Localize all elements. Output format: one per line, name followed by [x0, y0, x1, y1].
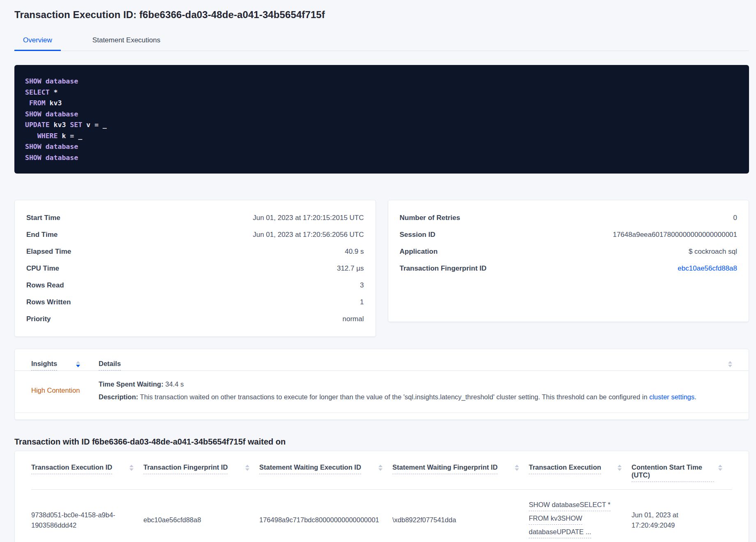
sql-text: kv3	[50, 121, 70, 129]
row-value: 1	[360, 298, 364, 306]
sql-text: v = _	[82, 121, 107, 129]
sort-icon[interactable]	[618, 463, 622, 471]
sql-keyword: SHOW database	[25, 110, 78, 118]
column-header-transaction-fingerprint-id[interactable]: Transaction Fingerprint ID	[143, 463, 259, 489]
page-title: Transaction Execution ID: f6be6366-da03-…	[14, 9, 749, 21]
sql-line: SHOW database	[25, 153, 738, 164]
row-rows-written: Rows Written 1	[26, 294, 364, 310]
row-start-time: Start Time Jun 01, 2023 at 17:20:15:2015…	[26, 209, 364, 226]
row-value: 17648a9eea6017800000000000000001	[613, 231, 737, 239]
row-elapsed-time: Elapsed Time 40.9 s	[26, 243, 364, 260]
sql-text: *	[50, 88, 58, 96]
sql-line: UPDATE kv3 SET v = _	[25, 120, 738, 131]
insights-table-header: Insights Details	[15, 349, 749, 371]
details-column-label[interactable]: Details	[99, 360, 121, 371]
row-label: Transaction Fingerprint ID	[400, 264, 487, 273]
tab-overview[interactable]: Overview	[14, 33, 61, 51]
details-column-header[interactable]: Details	[99, 360, 732, 371]
insight-type-label: High Contention	[31, 387, 99, 394]
column-header-transaction-execution[interactable]: Transaction Execution	[529, 463, 632, 489]
cell-statement-waiting-fingerprint-id: \xdb8922f077541dda	[392, 515, 529, 525]
sql-keyword: SHOW database	[25, 154, 78, 162]
sql-keyword: SET	[70, 121, 82, 129]
execution-meta-card: Number of Retries 0 Session ID 17648a9ee…	[388, 200, 749, 322]
cell-statement-waiting-execution-id: 176498a9c717bdc80000000000000001	[259, 515, 392, 525]
sql-keyword: FROM	[29, 99, 46, 107]
insights-card: Insights Details High Contention Time Sp…	[14, 349, 749, 420]
row-cpu-time: CPU Time 312.7 µs	[26, 260, 364, 277]
row-value: 312.7 µs	[337, 264, 364, 273]
sql-line: FROM kv3	[25, 98, 738, 109]
column-header-statement-waiting-fingerprint-id[interactable]: Statement Waiting Fingerprint ID	[392, 463, 529, 489]
transaction-fingerprint-link[interactable]: ebc10ae56cfd88a8	[678, 264, 737, 273]
insight-description: Description: This transaction waited on …	[99, 392, 732, 402]
row-label: Session ID	[400, 231, 436, 239]
row-value: $ cockroach sql	[689, 248, 737, 256]
waited-on-table-row: 9738d051-bc0e-4158-a9b4-1903586ddd42 ebc…	[31, 490, 732, 542]
insight-row: High Contention Time Spent Waiting: 34.4…	[15, 371, 749, 412]
insights-column-label[interactable]: Insights	[31, 360, 57, 371]
cell-transaction-execution-excerpt: SHOW databaseSELECT * FROM kv3SHOW datab…	[529, 500, 632, 540]
row-end-time: End Time Jun 01, 2023 at 17:20:56:2056 U…	[26, 226, 364, 243]
sort-icon[interactable]	[129, 463, 134, 471]
sort-icon[interactable]	[718, 463, 722, 471]
row-session-id: Session ID 17648a9eea6017800000000000000…	[400, 226, 738, 243]
tab-bar: Overview Statement Executions	[14, 33, 749, 51]
sql-keyword: SHOW database	[25, 77, 78, 85]
waited-on-heading: Transaction with ID f6be6366-da03-48de-a…	[14, 437, 749, 447]
sort-icon[interactable]	[378, 463, 383, 471]
waited-on-table-header: Transaction Execution ID Transaction Fin…	[31, 451, 732, 490]
sql-keyword: SELECT	[25, 88, 50, 96]
sql-excerpt-link[interactable]: SHOW databaseSELECT *	[529, 500, 611, 511]
row-value: Jun 01, 2023 at 17:20:56:2056 UTC	[253, 231, 364, 239]
sql-text	[25, 99, 29, 107]
column-header-contention-start-time[interactable]: Contention Start Time (UTC)	[632, 463, 732, 489]
row-application: Application $ cockroach sql	[400, 243, 738, 260]
sql-line: WHERE k = _	[25, 131, 738, 142]
sql-line: SHOW database	[25, 109, 738, 120]
column-header-transaction-execution-id[interactable]: Transaction Execution ID	[31, 463, 143, 489]
row-label: Elapsed Time	[26, 248, 71, 256]
execution-details-card: Start Time Jun 01, 2023 at 17:20:15:2015…	[14, 200, 376, 337]
row-value: Jun 01, 2023 at 17:20:15:2015 UTC	[253, 214, 364, 222]
cluster-settings-link[interactable]: cluster settings	[649, 393, 694, 401]
column-header-statement-waiting-execution-id[interactable]: Statement Waiting Execution ID	[259, 463, 392, 489]
row-rows-read: Rows Read 3	[26, 277, 364, 294]
row-value: 0	[733, 214, 737, 222]
insights-card-footer-divider	[15, 412, 748, 419]
cell-transaction-fingerprint-id: ebc10ae56cfd88a8	[143, 515, 259, 525]
row-priority: Priority normal	[26, 310, 364, 327]
row-label: Application	[400, 248, 438, 256]
sql-line: SELECT *	[25, 87, 738, 98]
sql-line: SHOW database	[25, 76, 738, 87]
sort-icon[interactable]	[245, 463, 249, 471]
cell-transaction-execution-id: 9738d051-bc0e-4158-a9b4-1903586ddd42	[31, 510, 143, 530]
sort-icon[interactable]	[515, 463, 519, 471]
tab-statement-executions[interactable]: Statement Executions	[84, 33, 169, 51]
sql-keyword: SHOW database	[25, 143, 78, 151]
row-label: Start Time	[26, 214, 60, 222]
sql-excerpt-link[interactable]: FROM kv3SHOW	[529, 513, 582, 525]
insights-column-header[interactable]: Insights	[31, 360, 99, 371]
waited-on-table-card: Transaction Execution ID Transaction Fin…	[14, 451, 749, 542]
sql-text: k = _	[58, 132, 82, 140]
sql-excerpt-link[interactable]: databaseUPDATE ...	[529, 527, 591, 538]
sort-icon[interactable]	[728, 360, 732, 367]
sql-line: SHOW database	[25, 141, 738, 153]
sql-keyword: UPDATE	[25, 121, 50, 129]
row-value: 3	[360, 281, 364, 290]
summary-cards-row: Start Time Jun 01, 2023 at 17:20:15:2015…	[14, 200, 749, 337]
row-label: Rows Read	[26, 281, 64, 290]
cell-contention-start-time: Jun 01, 2023 at 17:20:49:2049	[632, 510, 732, 530]
sql-box: SHOW databaseSELECT * FROM kv3SHOW datab…	[14, 65, 749, 174]
row-label: End Time	[26, 231, 58, 239]
row-value: normal	[343, 315, 364, 323]
row-label: Rows Written	[26, 298, 71, 306]
row-number-of-retries: Number of Retries 0	[400, 209, 738, 226]
row-label: Priority	[26, 315, 51, 323]
transaction-execution-page: Transaction Execution ID: f6be6366-da03-…	[0, 0, 756, 542]
sql-text: kv3	[46, 99, 62, 107]
row-label: CPU Time	[26, 264, 59, 273]
row-transaction-fingerprint-id: Transaction Fingerprint ID ebc10ae56cfd8…	[400, 260, 738, 277]
sort-icon[interactable]	[76, 360, 80, 367]
